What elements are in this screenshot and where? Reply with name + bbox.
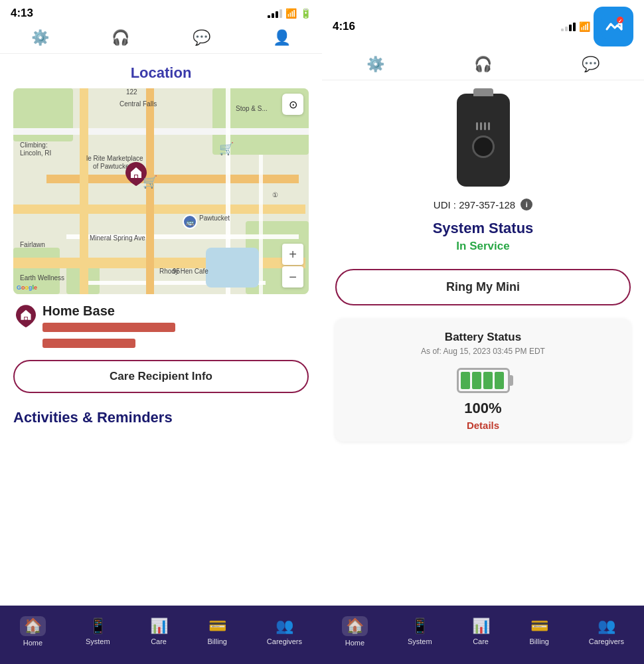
udi-text: UDI : 297-357-128 bbox=[434, 199, 515, 210]
status-icons-left: 📶 🔋 bbox=[268, 8, 311, 19]
zoom-in-btn[interactable]: + bbox=[282, 244, 303, 265]
top-nav-right: ⚙️ 🎧 💬 bbox=[322, 50, 644, 80]
map-label-mineral: Mineral Spring Ave bbox=[90, 234, 145, 242]
care-recipient-info-button[interactable]: Care Recipient Info bbox=[13, 360, 309, 393]
device-speaker bbox=[476, 122, 490, 130]
map-label-earth: Earth Wellness bbox=[20, 274, 64, 282]
home-nav-icon: 🏠 bbox=[24, 618, 42, 634]
system-status-section: System Status In Service bbox=[322, 213, 644, 260]
wifi-icon-right: 📶 bbox=[579, 21, 590, 32]
nav-home-right[interactable]: 🏠 Home bbox=[342, 616, 368, 647]
map-label-rhody: Rhody Hen Cafe bbox=[159, 268, 208, 275]
ring-my-mini-button[interactable]: Ring My Mini bbox=[335, 269, 631, 305]
billing-nav-icon-right: 💳 bbox=[530, 618, 548, 635]
status-bar-right: 4:16 📶 ✓ bbox=[322, 0, 644, 50]
profile-icon[interactable]: 👤 bbox=[273, 29, 291, 46]
nav-billing-label: Billing bbox=[208, 637, 227, 645]
wifi-icon: 📶 bbox=[285, 8, 297, 19]
caregivers-nav-icon-right: 👥 bbox=[598, 618, 615, 635]
top-nav-left: ⚙️ 🎧 💬 👤 bbox=[0, 24, 322, 54]
transit-pin[interactable]: 🚌 bbox=[183, 214, 197, 229]
device-image-area bbox=[322, 80, 644, 193]
nav-billing-left[interactable]: 💳 Billing bbox=[208, 618, 227, 645]
nav-billing-label-right: Billing bbox=[530, 637, 549, 645]
time-left: 4:13 bbox=[11, 7, 33, 20]
svg-text:✓: ✓ bbox=[618, 19, 622, 23]
signal-bars-right bbox=[561, 23, 576, 31]
svg-rect-0 bbox=[135, 175, 137, 178]
status-icons-right: 📶 ✓ bbox=[561, 7, 633, 46]
udi-info-btn[interactable]: i bbox=[521, 199, 532, 210]
battery-icon-wrap bbox=[349, 356, 617, 400]
nav-system-right[interactable]: 📱 System bbox=[408, 618, 432, 645]
google-logo: Google bbox=[17, 284, 37, 291]
caregivers-nav-icon: 👥 bbox=[276, 618, 293, 635]
battery-indicator bbox=[457, 368, 510, 393]
messages-icon-right[interactable]: 💬 bbox=[582, 56, 600, 73]
battery-percent: 100% bbox=[349, 400, 617, 417]
nav-care-label: Care bbox=[151, 637, 167, 645]
settings-icon[interactable]: ⚙️ bbox=[31, 29, 49, 46]
system-status-title: System Status bbox=[322, 220, 644, 237]
map-label-lincoln: Lincoln, RI bbox=[20, 149, 51, 157]
map-locate-btn[interactable]: ⊙ bbox=[282, 94, 303, 115]
nav-billing-right[interactable]: 💳 Billing bbox=[530, 618, 549, 645]
battery-icon: 🔋 bbox=[300, 8, 311, 19]
billing-nav-icon: 💳 bbox=[208, 618, 226, 635]
device-button bbox=[472, 135, 495, 158]
nav-care-left[interactable]: 📊 Care bbox=[150, 618, 168, 645]
map-container[interactable]: Central Falls Climbing: Lincoln, RI le R… bbox=[13, 88, 309, 294]
nav-home-left[interactable]: 🏠 Home bbox=[20, 616, 46, 647]
map-background: Central Falls Climbing: Lincoln, RI le R… bbox=[13, 88, 309, 294]
support-icon-right[interactable]: 🎧 bbox=[474, 56, 492, 73]
nav-caregivers-right[interactable]: 👥 Caregivers bbox=[589, 618, 624, 645]
map-label-climbing: Climbing: bbox=[20, 141, 48, 149]
map-label-route1: ① bbox=[272, 191, 278, 199]
map-label-pawtucket: Pawtucket bbox=[199, 214, 230, 222]
nav-system-label: System bbox=[86, 637, 110, 645]
udi-row: UDI : 297-357-128 i bbox=[322, 193, 644, 213]
battery-status-card: Battery Status As of: Aug 15, 2023 03:45… bbox=[335, 319, 631, 442]
status-bar-left: 4:13 📶 🔋 bbox=[0, 0, 322, 24]
nav-system-left[interactable]: 📱 System bbox=[86, 618, 110, 645]
settings-icon-right[interactable]: ⚙️ bbox=[366, 56, 384, 73]
nav-home-label-right: Home bbox=[345, 639, 364, 647]
activities-section: Activities & Reminders bbox=[0, 402, 322, 426]
nav-care-right[interactable]: 📊 Care bbox=[472, 618, 490, 645]
app-icon-badge: ✓ bbox=[594, 7, 633, 46]
system-nav-icon-right: 📱 bbox=[411, 618, 429, 635]
store-pin[interactable]: 🛒 bbox=[219, 141, 234, 156]
system-nav-icon: 📱 bbox=[89, 618, 107, 635]
battery-title: Battery Status bbox=[349, 331, 617, 344]
map-zoom-controls: + − bbox=[282, 244, 303, 288]
nav-system-label-right: System bbox=[408, 637, 432, 645]
care-nav-icon: 📊 bbox=[150, 618, 168, 635]
home-nav-icon-right: 🏠 bbox=[346, 618, 364, 634]
nav-caregivers-label-right: Caregivers bbox=[589, 637, 624, 645]
redacted-address-2 bbox=[42, 339, 135, 348]
system-status-value: In Service bbox=[322, 240, 644, 253]
support-icon[interactable]: 🎧 bbox=[112, 29, 129, 46]
map-label-rite: le Rite Marketplace bbox=[86, 155, 143, 162]
battery-timestamp: As of: Aug 15, 2023 03:45 PM EDT bbox=[349, 347, 617, 356]
svg-rect-1 bbox=[25, 317, 27, 320]
map-label-stop: Stop & S... bbox=[236, 105, 268, 112]
bottom-nav-right: 🏠 Home 📱 System 📊 Care 💳 Billing 👥 Careg… bbox=[322, 606, 644, 664]
nav-caregivers-label: Caregivers bbox=[267, 637, 302, 645]
home-base-title: Home Base bbox=[42, 303, 175, 319]
zoom-out-btn[interactable]: − bbox=[282, 266, 303, 288]
right-panel: 4:16 📶 ✓ ⚙️ 🎧 💬 bbox=[322, 0, 644, 664]
device-image bbox=[457, 94, 510, 187]
home-base-pin-icon bbox=[16, 305, 36, 332]
nav-caregivers-left[interactable]: 👥 Caregivers bbox=[267, 618, 302, 645]
left-panel: 4:13 📶 🔋 ⚙️ 🎧 💬 👤 Location bbox=[0, 0, 322, 664]
bottom-nav-left: 🏠 Home 📱 System 📊 Care 💳 Billing 👥 Careg… bbox=[0, 606, 322, 664]
nav-home-label: Home bbox=[23, 639, 42, 647]
nav-care-label-right: Care bbox=[473, 637, 489, 645]
messages-icon[interactable]: 💬 bbox=[193, 29, 210, 46]
care-nav-icon-right: 📊 bbox=[472, 618, 490, 635]
activities-title: Activities & Reminders bbox=[13, 409, 309, 426]
battery-details-link[interactable]: Details bbox=[349, 420, 617, 431]
store-pin2[interactable]: 🛒 bbox=[143, 175, 157, 189]
map-label-route122: 122 bbox=[126, 88, 137, 96]
